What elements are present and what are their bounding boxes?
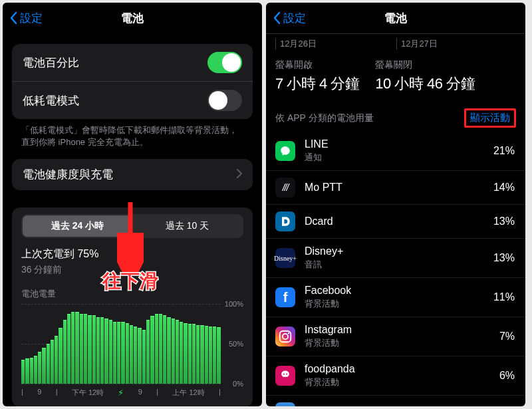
battery-bar: [155, 314, 158, 384]
chevron-right-icon: [237, 168, 242, 182]
battery-bar: [176, 320, 179, 384]
back-label: 設定: [283, 11, 306, 26]
app-usage-row[interactable]: ///Mo PTT14%: [266, 171, 525, 205]
battery-health-label: 電池健康度與充電: [23, 167, 113, 182]
app-subtitle: 通知: [305, 152, 493, 164]
battery-bar: [63, 320, 66, 384]
battery-bar: [117, 322, 120, 384]
battery-bar: [200, 325, 203, 384]
battery-bar: [42, 348, 45, 384]
app-usage-row[interactable]: 主畫面與鎖定畫面2%: [266, 396, 525, 406]
battery-bar: [146, 320, 150, 384]
battery-bar: [96, 317, 100, 384]
app-meta: Facebook背景活動: [305, 285, 493, 310]
battery-health-cell[interactable]: 電池健康度與充電: [12, 159, 253, 190]
page-title: 電池: [121, 11, 144, 26]
chevron-left-icon: [273, 11, 281, 25]
svg-point-3: [288, 333, 289, 334]
svg-point-2: [283, 334, 288, 339]
battery-bar: [30, 358, 33, 384]
battery-bar: [213, 327, 216, 384]
battery-bar: [142, 330, 146, 384]
svg-point-5: [286, 373, 287, 374]
battery-bar: [138, 328, 141, 384]
battery-bar: [84, 314, 87, 384]
app-name: Facebook: [305, 285, 493, 297]
app-usage-row[interactable]: LINE通知21%: [266, 132, 525, 171]
bolt-icon: ⚡︎: [118, 388, 124, 398]
battery-bar: [88, 315, 91, 384]
app-name: Disney+: [305, 245, 493, 257]
back-button[interactable]: 設定: [273, 11, 306, 26]
last-charge-subtitle: 36 分鐘前: [21, 264, 243, 276]
time-range-segmented[interactable]: 過去 24 小時 過去 10 天: [21, 214, 243, 238]
battery-bar: [100, 317, 104, 384]
app-usage-row[interactable]: foodpanda背景活動6%: [266, 356, 525, 396]
app-percentage: 13%: [493, 252, 515, 264]
battery-bar: [38, 352, 41, 384]
screen-on-value: 7 小時 4 分鐘: [275, 74, 359, 94]
app-icon: Disney+: [275, 248, 295, 268]
app-percentage: 11%: [493, 291, 515, 303]
app-usage-row[interactable]: Instagram背景活動7%: [266, 317, 525, 356]
app-usage-row[interactable]: fFacebook背景活動11%: [266, 278, 525, 317]
battery-bar: [121, 322, 124, 384]
low-power-mode-label: 低耗電模式: [23, 93, 79, 108]
x-axis-labels: | 9 | 下午 12時 ⚡︎ 9 | 上午 12時 |: [21, 388, 243, 398]
low-power-mode-cell[interactable]: 低耗電模式: [12, 82, 253, 119]
battery-bar: [25, 358, 29, 384]
battery-percentage-switch[interactable]: [207, 52, 242, 73]
usage-section-header: 依 APP 分類的電池用量 顯示活動: [266, 96, 525, 132]
battery-bar: [71, 312, 74, 384]
app-subtitle: 背景活動: [305, 337, 499, 349]
app-icon: f: [275, 287, 295, 307]
app-percentage: 21%: [493, 145, 515, 157]
app-icon: [275, 366, 295, 386]
app-meta: Disney+音訊: [305, 245, 493, 271]
segment-24h[interactable]: 過去 24 小時: [23, 215, 132, 237]
battery-bar: [75, 312, 78, 384]
battery-health-group: 電池健康度與充電: [12, 159, 253, 190]
app-usage-row[interactable]: Disney+Disney+音訊13%: [266, 239, 525, 278]
battery-toggles-group: 電池百分比 低耗電模式: [12, 44, 253, 119]
battery-level-header: 電池電量: [21, 288, 243, 300]
last-charge-title: 上次充電到 75%: [21, 247, 243, 261]
battery-bar: [167, 317, 170, 384]
battery-bar: [55, 336, 58, 384]
battery-percentage-cell[interactable]: 電池百分比: [12, 44, 253, 82]
svg-point-4: [283, 373, 285, 374]
battery-bar: [180, 322, 183, 384]
app-name: 主畫面與鎖定畫面: [305, 406, 499, 407]
back-button[interactable]: 設定: [9, 11, 43, 26]
chevron-left-icon: [9, 11, 17, 25]
page-title: 電池: [384, 11, 407, 26]
app-name: foodpanda: [305, 363, 499, 375]
screen-off-value: 10 小時 46 分鐘: [375, 74, 475, 94]
nav-bar: 設定 電池: [266, 3, 525, 33]
battery-bar: [192, 324, 196, 384]
battery-bar: [209, 327, 212, 384]
screen-off-block: 螢幕關閉 10 小時 46 分鐘: [375, 59, 475, 94]
screen-on-block: 螢幕開啟 7 小時 4 分鐘: [275, 59, 359, 94]
app-subtitle: 背景活動: [305, 298, 493, 310]
battery-bar: [163, 315, 166, 384]
battery-bar: [159, 314, 162, 384]
app-subtitle: 背景活動: [305, 376, 499, 388]
segment-10d[interactable]: 過去 10 天: [132, 215, 242, 237]
y-axis-0: 0%: [233, 380, 243, 388]
app-icon: [275, 402, 295, 406]
battery-bar: [104, 319, 108, 384]
battery-bar: [150, 316, 154, 384]
app-meta: 主畫面與鎖定畫面: [305, 406, 499, 407]
app-meta: Dcard: [305, 215, 493, 227]
battery-bar: [134, 327, 137, 384]
battery-bar: [113, 322, 116, 384]
app-icon: [275, 141, 295, 161]
low-power-mode-switch[interactable]: [207, 90, 242, 111]
app-usage-row[interactable]: Dcard13%: [266, 205, 525, 239]
app-meta: foodpanda背景活動: [305, 363, 499, 388]
low-power-mode-description: 「低耗電模式」會暫時降低下載和郵件擷取等背景活動，直到你將 iPhone 完全充…: [3, 119, 262, 148]
date-labels: 12月26日 12月27日: [266, 33, 525, 50]
show-activity-button[interactable]: 顯示活動: [464, 108, 516, 128]
screen-off-caption: 螢幕關閉: [375, 59, 475, 71]
